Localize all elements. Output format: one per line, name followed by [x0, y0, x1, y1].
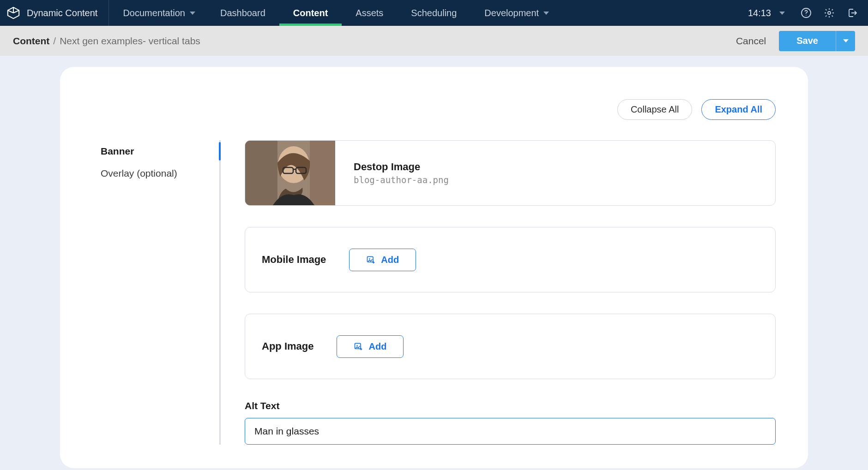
alt-text-group: Alt Text	[245, 400, 776, 445]
sidebar-tab-label: Overlay (optional)	[101, 168, 177, 178]
clock-time: 14:13	[748, 8, 771, 18]
add-image-icon	[354, 342, 363, 351]
nav-documentation[interactable]: Documentation	[109, 0, 206, 26]
field-filename: blog-author-aa.png	[354, 175, 449, 185]
sidebar-tab-banner[interactable]: Banner	[92, 140, 219, 162]
app-image-field: App Image Add	[245, 314, 776, 379]
svg-point-11	[369, 258, 371, 260]
add-button-label: Add	[368, 341, 386, 352]
mobile-image-field: Mobile Image Add	[245, 227, 776, 292]
field-label: Destop Image	[354, 161, 449, 173]
form-column: Destop Image blog-author-aa.png Mobile I…	[225, 140, 776, 445]
sidebar-tab-label: Banner	[101, 146, 134, 156]
nav-documentation-label: Documentation	[123, 8, 185, 18]
save-dropdown[interactable]	[836, 31, 855, 51]
save-button[interactable]: Save	[779, 31, 836, 51]
breadcrumb-sep: /	[49, 36, 60, 47]
nav-assets[interactable]: Assets	[342, 0, 397, 26]
nav-dashboard[interactable]: Dashboard	[206, 0, 279, 26]
main-wrap: Collapse All Expand All Banner Overlay (…	[0, 56, 868, 468]
add-button-label: Add	[381, 255, 399, 265]
chevron-down-icon	[843, 39, 849, 42]
alt-text-label: Alt Text	[245, 400, 776, 411]
sidebar-tab-overlay[interactable]: Overlay (optional)	[92, 162, 219, 184]
side-tabs: Banner Overlay (optional)	[92, 140, 221, 445]
nav-item-label: Assets	[356, 8, 383, 18]
brand-name: Dynamic Content	[27, 8, 97, 18]
top-nav: Dynamic Content Documentation Dashboard …	[0, 0, 868, 26]
svg-rect-4	[245, 141, 277, 205]
nav-scheduling[interactable]: Scheduling	[397, 0, 470, 26]
nav-content[interactable]: Content	[279, 0, 342, 26]
field-label: App Image	[262, 340, 313, 352]
nav-item-label: Scheduling	[411, 8, 457, 18]
logout-icon[interactable]	[846, 6, 859, 19]
chevron-down-icon	[779, 12, 785, 15]
chevron-down-icon	[190, 12, 195, 15]
nav-development[interactable]: Development	[470, 0, 560, 26]
content-card: Collapse All Expand All Banner Overlay (…	[60, 67, 808, 468]
cancel-button[interactable]: Cancel	[736, 36, 766, 47]
nav-development-label: Development	[484, 8, 539, 18]
desktop-image-meta: Destop Image blog-author-aa.png	[335, 161, 467, 185]
card-toolbar: Collapse All Expand All	[92, 99, 776, 120]
gear-icon[interactable]	[823, 6, 836, 19]
svg-point-1	[806, 15, 807, 16]
expand-all-button[interactable]: Expand All	[701, 99, 776, 120]
alt-text-input[interactable]	[245, 418, 776, 445]
svg-point-2	[828, 12, 831, 14]
nav-item-label: Content	[293, 8, 328, 18]
chevron-down-icon	[543, 12, 549, 15]
save-button-group: Save	[779, 31, 855, 51]
nav-right: 14:13	[748, 0, 868, 26]
help-icon[interactable]	[800, 6, 813, 19]
form-layout: Banner Overlay (optional)	[92, 140, 776, 445]
add-image-icon	[366, 255, 375, 264]
nav-item-label: Dashboard	[220, 8, 265, 18]
collapse-all-button[interactable]: Collapse All	[617, 99, 693, 120]
add-mobile-image-button[interactable]: Add	[349, 249, 416, 271]
breadcrumb-root[interactable]: Content	[13, 36, 49, 47]
brand-logo-icon	[6, 6, 20, 20]
breadcrumb-bar: Content / Next gen examples- vertical ta…	[0, 26, 868, 56]
svg-rect-5	[310, 141, 335, 205]
desktop-image-thumb	[245, 141, 335, 205]
crumb-actions: Cancel Save	[736, 31, 855, 51]
svg-point-13	[357, 345, 358, 346]
desktop-image-field[interactable]: Destop Image blog-author-aa.png	[245, 140, 776, 206]
add-app-image-button[interactable]: Add	[337, 335, 404, 358]
breadcrumb-leaf: Next gen examples- vertical tabs	[60, 36, 200, 47]
nav-left: Documentation Dashboard Content Assets S…	[109, 0, 560, 26]
field-label: Mobile Image	[262, 254, 326, 266]
clock[interactable]: 14:13	[748, 8, 790, 18]
brand: Dynamic Content	[0, 0, 109, 26]
